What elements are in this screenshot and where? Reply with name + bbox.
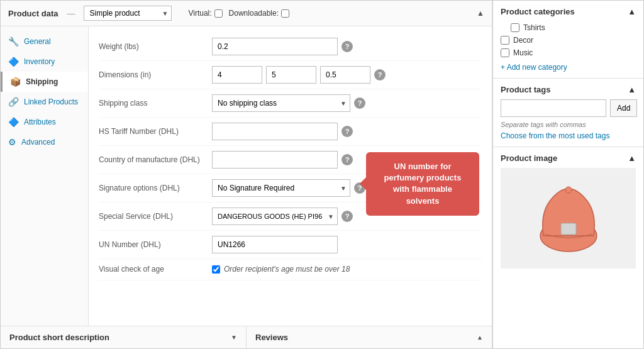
dimensions-controls: ? (212, 66, 482, 84)
product-image-arrow: ▲ (628, 153, 636, 163)
signature-label: Signature options (DHL) (99, 183, 212, 194)
visual-check-checkbox[interactable] (212, 265, 220, 274)
country-manufacture-help-icon[interactable]: ? (341, 154, 353, 165)
dimensions-help-icon[interactable]: ? (374, 69, 386, 80)
category-decor-checkbox[interactable] (501, 36, 509, 45)
product-image-placeholder[interactable] (501, 168, 636, 269)
special-service-select[interactable]: DANGEROUS GOODS (HE) PI965 1A None (212, 208, 338, 225)
dimension-h-input[interactable] (320, 66, 370, 84)
virtual-checkbox[interactable] (214, 9, 223, 18)
shipping-icon: 📦 (10, 77, 21, 87)
hs-tariff-help-icon[interactable]: ? (341, 126, 353, 137)
sidebar-item-attributes-label: Attributes (24, 118, 56, 126)
downloadable-check-wrapper: Downloadable: (229, 9, 289, 18)
weight-label: Weight (lbs) (99, 42, 212, 52)
shipping-class-select[interactable]: No shipping class Standard Express (212, 94, 350, 112)
product-data-label: Product data (8, 9, 58, 18)
product-data-header: Product data — Simple product Virtual: D… (1, 1, 492, 26)
tags-input[interactable] (501, 99, 606, 117)
visual-check-row: Visual check of age Order recipient's ag… (99, 259, 482, 280)
category-music-checkbox[interactable] (501, 48, 509, 57)
sidebar-item-linked-label: Linked Products (24, 97, 78, 106)
category-tshirts-label: Tshirts (523, 23, 545, 32)
categories-section: Product categories ▲ Tshirts Decor Music… (493, 1, 643, 79)
downloadable-checkbox[interactable] (281, 9, 289, 18)
visual-check-controls: Order recipient's age must be over 18 (212, 265, 482, 274)
sidebar-item-attributes[interactable]: 🔷 Attributes (1, 112, 88, 132)
hs-tariff-controls: ? (212, 123, 482, 140)
dimensions-label: Dimensions (in) (99, 70, 212, 80)
downloadable-label: Downloadable: (229, 9, 279, 18)
dimension-w-input[interactable] (266, 66, 316, 84)
country-manufacture-label: Country of manufacture (DHL) (99, 155, 212, 165)
signature-select[interactable]: No Signature Required Required Adult Req… (212, 179, 350, 197)
tags-add-button[interactable]: Add (610, 99, 637, 117)
header-dash: — (67, 9, 75, 18)
category-music-label: Music (513, 48, 533, 57)
sidebar-nav: 🔧 General 🔷 Inventory 📦 Shipping 🔗 Linke… (1, 26, 89, 326)
sidebar-item-linked-products[interactable]: 🔗 Linked Products (1, 92, 88, 112)
special-service-help-icon[interactable]: ? (341, 211, 353, 222)
dimensions-row: Dimensions (in) ? (99, 61, 482, 89)
weight-input[interactable] (212, 38, 338, 55)
product-short-desc-label: Product short description (9, 333, 109, 342)
collapse-arrow[interactable]: ▲ (477, 9, 484, 18)
product-type-wrapper[interactable]: Simple product (84, 6, 172, 21)
virtual-check-wrapper: Virtual: (188, 9, 222, 18)
sidebar-item-general[interactable]: 🔧 General (1, 31, 88, 52)
product-image-section: Product image ▲ (493, 147, 643, 348)
country-manufacture-input[interactable] (212, 151, 338, 169)
shipping-class-controls: No shipping class Standard Express ? (212, 94, 482, 112)
sidebar-item-shipping[interactable]: 📦 Shipping (1, 72, 88, 92)
visual-check-text: Order recipient's age must be over 18 (224, 265, 350, 274)
add-category-link[interactable]: + Add new category (501, 63, 636, 72)
un-number-controls (212, 236, 482, 253)
sidebar-item-general-label: General (24, 37, 51, 46)
category-item-music: Music (501, 47, 636, 59)
svg-rect-1 (561, 223, 576, 235)
product-image-title: Product image (501, 153, 557, 163)
special-service-label: Special Service (DHL) (99, 211, 212, 222)
wrench-icon: 🔧 (8, 36, 19, 47)
product-type-select[interactable]: Simple product (84, 6, 172, 21)
tags-input-row: Add (501, 99, 636, 117)
weight-help-icon[interactable]: ? (341, 41, 353, 52)
link-icon: 🔗 (8, 97, 19, 107)
special-service-wrapper[interactable]: DANGEROUS GOODS (HE) PI965 1A None (212, 208, 338, 225)
category-tshirts-checkbox[interactable] (511, 23, 519, 32)
shipping-class-help-icon[interactable]: ? (354, 97, 365, 109)
hs-tariff-input[interactable] (212, 123, 338, 140)
shipping-class-row: Shipping class No shipping class Standar… (99, 89, 482, 118)
dimension-l-input[interactable] (212, 66, 262, 84)
signature-wrapper[interactable]: No Signature Required Required Adult Req… (212, 179, 350, 197)
virtual-label: Virtual: (188, 9, 211, 18)
un-number-label: UN Number (DHL) (99, 240, 212, 250)
un-number-input[interactable] (212, 236, 338, 253)
bottom-bar: Product short description ▼ Reviews ▲ (1, 326, 492, 348)
category-list: Tshirts Decor Music (501, 21, 636, 59)
shipping-class-wrapper[interactable]: No shipping class Standard Express (212, 94, 350, 112)
sidebar-item-inventory[interactable]: 🔷 Inventory (1, 52, 88, 72)
tooltip-bubble: UN number for perfumery products with fl… (366, 152, 479, 216)
hs-tariff-label: HS Tariff Number (DHL) (99, 126, 212, 137)
svg-point-2 (565, 187, 572, 193)
attributes-icon: 🔷 (8, 117, 19, 127)
reviews-section[interactable]: Reviews ▲ (247, 326, 492, 348)
gear-icon: ⚙ (8, 137, 16, 147)
tags-choose-link[interactable]: Choose from the most used tags (501, 131, 609, 140)
categories-title: Product categories (501, 7, 575, 16)
categories-arrow: ▲ (628, 7, 636, 16)
category-item-decor: Decor (501, 34, 636, 47)
sidebar-item-advanced[interactable]: ⚙ Advanced (1, 132, 88, 152)
product-short-desc-section[interactable]: Product short description ▼ (1, 326, 247, 348)
reviews-label: Reviews (255, 333, 288, 342)
hat-svg (537, 182, 600, 255)
tags-section: Product tags ▲ Add Separate tags with co… (493, 79, 643, 147)
sidebar-item-shipping-label: Shipping (26, 77, 58, 86)
category-item-tshirts: Tshirts (501, 21, 636, 34)
shipping-form: Weight (lbs) ? Dimensions (in) ? (89, 26, 492, 326)
sidebar-item-inventory-label: Inventory (24, 57, 55, 66)
inventory-icon: 🔷 (8, 57, 19, 67)
reviews-arrow: ▲ (477, 334, 483, 341)
sidebar-item-advanced-label: Advanced (21, 138, 55, 147)
